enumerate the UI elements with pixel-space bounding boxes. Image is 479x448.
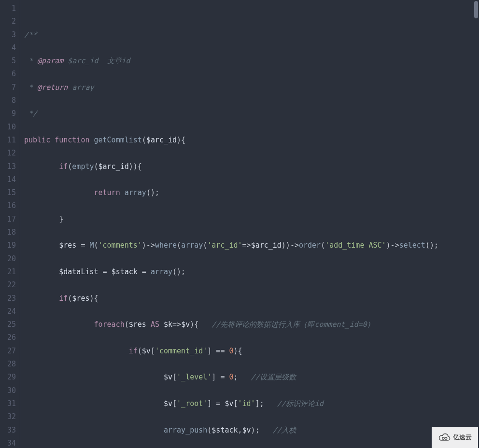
line-number: 20 — [0, 252, 16, 266]
line-number: 14 — [0, 173, 16, 186]
line-number: 7 — [0, 81, 16, 94]
line-number: 12 — [0, 147, 16, 160]
code-line: if(empty($arc_id)){ — [24, 160, 479, 173]
code-line: * @return array — [24, 81, 479, 94]
code-line: $v['_root'] = $v['id']; //标识评论id — [24, 397, 479, 410]
vertical-scrollbar[interactable] — [472, 0, 479, 448]
line-number: 2 — [0, 15, 16, 28]
line-number: 30 — [0, 384, 16, 397]
code-line: * @param $arc_id 文章id — [24, 55, 479, 68]
code-line: array_push($stack,$v); //入栈 — [24, 424, 479, 437]
code-line: if($v['comment_id'] == 0){ — [24, 345, 479, 358]
code-line: public function getCommlist($arc_id){ — [24, 134, 479, 147]
line-number: 5 — [0, 55, 16, 68]
line-number: 11 — [0, 134, 16, 147]
code-line: $dataList = $stack = array(); — [24, 266, 479, 279]
scrollbar-thumb[interactable] — [474, 1, 478, 18]
line-number: 32 — [0, 410, 16, 423]
line-number: 26 — [0, 331, 16, 344]
cloud-logo-icon — [438, 433, 451, 442]
doc-return-tag: @return — [37, 83, 68, 92]
line-number: 22 — [0, 279, 16, 292]
line-number: 19 — [0, 239, 16, 252]
code-editor[interactable]: 1234567891011121314151617181920212223242… — [0, 0, 479, 448]
doc-param-tag: @param — [37, 56, 63, 65]
code-line: } — [24, 213, 479, 226]
line-number: 18 — [0, 226, 16, 239]
watermark-badge: 亿速云 — [432, 427, 478, 448]
svg-point-1 — [445, 437, 447, 439]
code-line: foreach($res AS $k=>$v){ //先将评论的数据进行入库（即… — [24, 318, 479, 331]
line-number: 6 — [0, 68, 16, 81]
line-number: 8 — [0, 94, 16, 107]
code-line: /** — [24, 28, 479, 42]
line-number: 1 — [0, 2, 16, 15]
docblock-close: */ — [24, 109, 37, 118]
line-number: 31 — [0, 397, 16, 410]
docblock-open: /** — [24, 30, 37, 39]
line-number: 29 — [0, 371, 16, 384]
line-number: 27 — [0, 345, 16, 358]
code-line: if($res){ — [24, 292, 479, 305]
line-number: 9 — [0, 107, 16, 120]
line-number-gutter: 1234567891011121314151617181920212223242… — [0, 0, 20, 448]
line-number: 3 — [0, 28, 16, 42]
watermark-text: 亿速云 — [453, 431, 472, 444]
doc-return-text: array — [72, 83, 94, 92]
line-number: 33 — [0, 424, 16, 437]
code-line: */ — [24, 107, 479, 120]
line-number: 28 — [0, 358, 16, 371]
line-number: 10 — [0, 121, 16, 134]
line-number: 23 — [0, 292, 16, 305]
line-number: 16 — [0, 199, 16, 212]
code-line: $res = M('comments')->where(array('arc_i… — [24, 239, 479, 252]
line-number: 4 — [0, 42, 16, 55]
line-number: 25 — [0, 318, 16, 331]
code-area[interactable]: /** * @param $arc_id 文章id * @return arra… — [20, 0, 479, 448]
code-line: return array(); — [24, 186, 479, 199]
line-number: 34 — [0, 437, 16, 448]
line-number: 17 — [0, 213, 16, 226]
code-line: $v['_level'] = 0; //设置层级数 — [24, 371, 479, 384]
line-number: 13 — [0, 160, 16, 173]
doc-param-text: $arc_id 文章id — [68, 56, 130, 65]
fn-name: getCommlist — [94, 136, 142, 144]
line-number: 15 — [0, 186, 16, 199]
line-number: 24 — [0, 305, 16, 318]
svg-point-0 — [442, 437, 444, 439]
line-number: 21 — [0, 266, 16, 279]
